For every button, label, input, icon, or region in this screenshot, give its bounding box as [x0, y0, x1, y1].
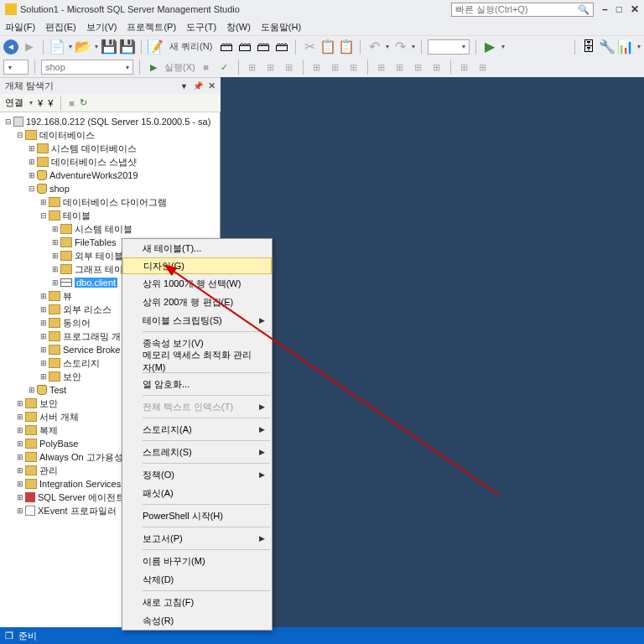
ctx-encrypt[interactable]: 열 암호화... — [122, 375, 272, 393]
s3-icon[interactable]: ⊞ — [411, 60, 426, 75]
tree-shop[interactable]: shop — [49, 184, 70, 194]
tree-int-svc[interactable]: Integration Services — [39, 479, 121, 489]
menu-edit[interactable]: 편집(E) — [45, 21, 76, 34]
ctx-storage[interactable]: 스토리지(A)▶ — [122, 420, 272, 439]
plan1-icon[interactable]: ⊞ — [245, 60, 260, 75]
saveall-icon[interactable]: 💾 — [120, 39, 135, 55]
paste-icon[interactable]: 📋 — [339, 39, 354, 55]
db-query-icon[interactable]: 🗃 — [219, 39, 234, 55]
close-button[interactable]: ✕ — [631, 3, 639, 15]
minimize-button[interactable]: – — [602, 3, 608, 15]
ctx-facet[interactable]: 패싯(A) — [122, 484, 272, 502]
scope-combo[interactable]: ▾ — [3, 60, 29, 75]
maximize-button[interactable]: □ — [616, 3, 622, 15]
ctx-delete[interactable]: 삭제(D) — [122, 570, 272, 589]
cut-icon[interactable]: ✂ — [302, 39, 317, 55]
menu-view[interactable]: 보기(V) — [86, 21, 117, 34]
s1-icon[interactable]: ⊞ — [374, 60, 389, 75]
tree-replication[interactable]: 복제 — [39, 424, 58, 437]
menu-tools[interactable]: 도구(T) — [186, 21, 216, 34]
tree-synonyms[interactable]: 동의어 — [63, 317, 91, 330]
ctx-policy[interactable]: 정책(O)▶ — [122, 465, 272, 484]
ctx-select-1000[interactable]: 상위 1000개 행 선택(W) — [122, 274, 272, 293]
tree-db-snap[interactable]: 데이터베이스 스냅샷 — [51, 156, 137, 169]
r2-icon[interactable]: ⊞ — [328, 60, 343, 75]
ctx-rename[interactable]: 이름 바꾸기(M) — [122, 552, 272, 570]
parse-icon[interactable]: ✓ — [217, 60, 232, 75]
execute-icon[interactable]: ▶ — [146, 60, 161, 75]
undo-icon[interactable]: ↶ — [366, 39, 382, 55]
plan3-icon[interactable]: ⊞ — [282, 60, 297, 75]
filter1-icon[interactable]: ¥ — [38, 98, 43, 108]
tree-diagram[interactable]: 데이터베이스 다이어그램 — [63, 196, 167, 209]
refresh-icon[interactable]: ↻ — [80, 97, 87, 108]
panel-dropdown-icon[interactable]: ▼ — [180, 82, 188, 91]
mdx-icon[interactable]: 🗃 — [256, 39, 271, 55]
open-icon[interactable]: 📂 — [75, 39, 91, 55]
ctx-stretch[interactable]: 스트레치(S)▶ — [122, 443, 272, 461]
registered-icon[interactable]: 🗄 — [581, 39, 596, 55]
tool-icon[interactable]: 🔧 — [600, 39, 615, 55]
s4-icon[interactable]: ⊞ — [429, 60, 444, 75]
tree-service-broker[interactable]: Service Broke — [63, 345, 120, 355]
execute-button[interactable]: 실행(X) — [164, 61, 195, 74]
new-query-icon[interactable]: 📝 — [148, 39, 163, 55]
tree-tables[interactable]: 테이블 — [63, 210, 91, 222]
tree-mgmt[interactable]: 관리 — [39, 465, 58, 477]
tree-ext-res[interactable]: 외부 리소스 — [63, 304, 112, 316]
tree-polybase[interactable]: PolyBase — [39, 439, 78, 449]
tree-security[interactable]: 보안 — [39, 397, 58, 410]
ctx-fulltext[interactable]: 전체 텍스트 인덱스(T)▶ — [122, 397, 272, 416]
connect-button[interactable]: 연결 — [5, 96, 23, 109]
ctx-design[interactable]: 디자인(G) — [122, 257, 272, 274]
dmx-icon[interactable]: 🗃 — [274, 39, 289, 55]
tree-security-db[interactable]: 보안 — [63, 371, 81, 383]
menu-window[interactable]: 창(W) — [226, 21, 251, 34]
tree-views[interactable]: 뷰 — [63, 290, 72, 303]
pin-icon[interactable]: 📌 — [193, 81, 203, 91]
menu-project[interactable]: 프로젝트(P) — [127, 21, 176, 34]
tree-dbo-client[interactable]: dbo.client — [75, 278, 117, 288]
stop-icon[interactable]: ■ — [199, 60, 214, 75]
tree-storage[interactable]: 스토리지 — [63, 357, 100, 370]
ctx-memopt[interactable]: 메모리 액세스 최적화 관리자(M) — [122, 352, 272, 371]
nav-back-icon[interactable]: ◄ — [3, 39, 18, 55]
stop2-icon[interactable]: ■ — [69, 98, 75, 108]
ctx-props[interactable]: 속성(R) — [122, 611, 272, 630]
tree-alwayson[interactable]: Always On 고가용성 — [39, 451, 123, 464]
new-item-icon[interactable]: 📄 — [49, 39, 65, 55]
ctx-script[interactable]: 테이블 스크립팅(S)▶ — [122, 311, 272, 330]
menu-file[interactable]: 파일(F) — [5, 21, 35, 34]
r1-icon[interactable]: ⊞ — [309, 60, 325, 75]
tree-filetables[interactable]: FileTables — [75, 237, 117, 247]
quick-launch-input[interactable]: 빠른 실행(Ctrl+Q) 🔍 — [451, 3, 594, 17]
c2-icon[interactable]: ⊞ — [475, 60, 491, 75]
database-combo[interactable]: shop▾ — [41, 60, 133, 75]
tree-sys-tables[interactable]: 시스템 테이블 — [75, 223, 132, 236]
tree-sys-db[interactable]: 시스템 데이터베이스 — [51, 143, 137, 155]
tree-aw[interactable]: AdventureWorks2019 — [49, 170, 138, 180]
tree-programm[interactable]: 프로그래밍 개 — [63, 330, 121, 343]
ctx-powershell[interactable]: PowerShell 시작(H) — [122, 506, 272, 525]
nav-fwd-icon[interactable]: ► — [22, 39, 37, 55]
save-icon[interactable]: 💾 — [101, 39, 117, 55]
ctx-report[interactable]: 보고서(P)▶ — [122, 529, 272, 548]
filter2-icon[interactable]: ¥ — [48, 98, 53, 108]
activity-icon[interactable]: 📊 — [618, 39, 633, 55]
s2-icon[interactable]: ⊞ — [392, 60, 408, 75]
plan2-icon[interactable]: ⊞ — [263, 60, 278, 75]
tree-server[interactable]: 192.168.0.212 (SQL Server 15.0.2000.5 - … — [26, 117, 210, 127]
new-query-button[interactable]: 새 쿼리(N) — [166, 40, 216, 53]
tree-databases[interactable]: 데이터베이스 — [39, 129, 95, 142]
ctx-edit-200[interactable]: 상위 200개 행 편집(E) — [122, 293, 272, 311]
ctx-refresh[interactable]: 새로 고침(F) — [122, 593, 272, 611]
ctx-new-table[interactable]: 새 테이블(T)... — [122, 239, 272, 257]
panel-close-icon[interactable]: ✕ — [208, 80, 216, 91]
tree-server-obj[interactable]: 서버 개체 — [39, 411, 79, 423]
redo-icon[interactable]: ↷ — [392, 39, 408, 55]
solution-config-combo[interactable]: ▾ — [428, 39, 470, 55]
tree-ext-tables[interactable]: 외부 테이블 — [75, 250, 123, 262]
tree-test[interactable]: Test — [49, 385, 66, 395]
start-icon[interactable]: ▶ — [482, 39, 497, 55]
r3-icon[interactable]: ⊞ — [346, 60, 361, 75]
